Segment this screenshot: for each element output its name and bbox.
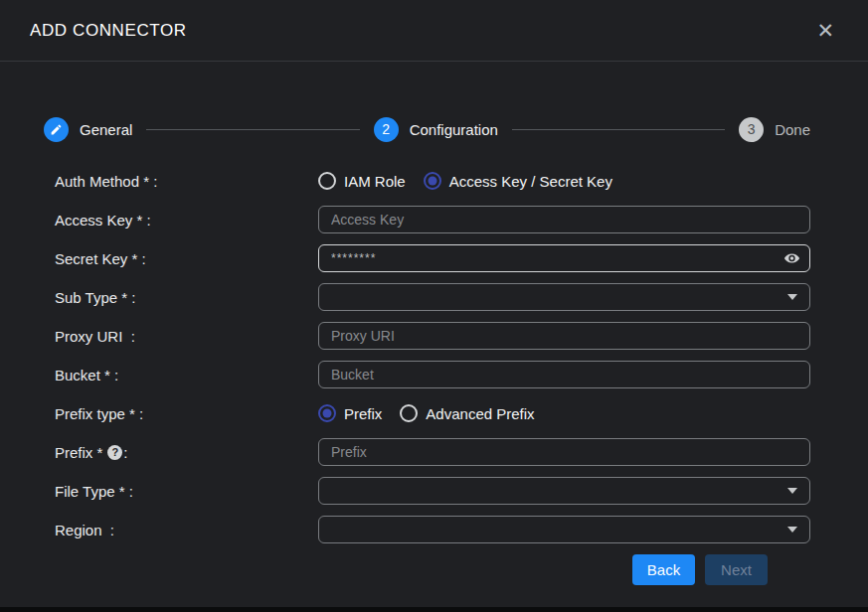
back-button[interactable]: Back (632, 554, 695, 585)
radio-access-key-secret-key[interactable]: Access Key / Secret Key (424, 172, 612, 190)
bucket-input[interactable] (318, 361, 810, 388)
region-row: Region : (55, 516, 810, 543)
help-icon[interactable]: ? (107, 445, 122, 460)
chevron-down-icon (787, 294, 797, 300)
wizard-stepper: General 2 Configuration 3 Done (44, 115, 810, 143)
add-connector-dialog: ADD CONNECTOR ✕ General 2 Configuration … (0, 0, 868, 607)
chevron-down-icon (787, 527, 797, 533)
radio-icon (318, 172, 336, 190)
radio-selected-icon (424, 172, 441, 190)
access-key-label: Access Key * : (55, 212, 318, 229)
next-button[interactable]: Next (705, 554, 768, 585)
radio-advanced-prefix[interactable]: Advanced Prefix (400, 404, 534, 422)
bucket-label: Bucket * : (55, 367, 318, 383)
auth-method-row: Auth Method * : IAM Role Access Key / Se… (55, 167, 810, 195)
sub-type-row: Sub Type * : (55, 283, 810, 311)
configuration-form: Auth Method * : IAM Role Access Key / Se… (55, 167, 810, 543)
proxy-uri-label: Proxy URI : (55, 328, 318, 345)
auth-method-label: Auth Method * : (55, 173, 318, 190)
dialog-header: ADD CONNECTOR ✕ (0, 0, 868, 62)
dialog-title: ADD CONNECTOR (30, 21, 187, 41)
step-configuration[interactable]: 2 Configuration (374, 117, 498, 142)
prefix-input[interactable] (318, 438, 810, 466)
secret-key-input[interactable] (318, 244, 810, 272)
file-type-row: File Type * : (55, 477, 810, 505)
step-3-badge: 3 (739, 117, 764, 142)
access-key-input[interactable] (318, 206, 810, 233)
prefix-type-row: Prefix type * : Prefix Advanced Prefix (55, 399, 810, 427)
radio-prefix[interactable]: Prefix (318, 404, 382, 422)
file-type-label: File Type * : (55, 483, 318, 500)
step-configuration-label: Configuration (410, 121, 498, 138)
window-bottom-edge (0, 607, 868, 612)
prefix-row: Prefix * ? : (55, 438, 810, 466)
sub-type-label: Sub Type * : (55, 289, 318, 306)
close-icon[interactable]: ✕ (812, 18, 838, 43)
eye-icon[interactable] (783, 250, 800, 267)
pencil-icon (44, 117, 69, 142)
bucket-row: Bucket * : (55, 361, 810, 388)
radio-iam-role[interactable]: IAM Role (318, 172, 406, 190)
region-label: Region : (55, 522, 318, 538)
proxy-uri-row: Proxy URI : (55, 322, 810, 350)
access-key-row: Access Key * : (55, 206, 810, 233)
dialog-content: General 2 Configuration 3 Done Auth Meth… (0, 62, 868, 607)
radio-selected-icon (318, 404, 336, 422)
dialog-footer: Back Next (55, 554, 810, 585)
sub-type-select[interactable] (318, 283, 810, 311)
chevron-down-icon (787, 488, 797, 494)
secret-key-label: Secret Key * : (55, 250, 318, 267)
prefix-label: Prefix * ? : (55, 444, 318, 461)
radio-icon (400, 404, 418, 422)
prefix-type-label: Prefix type * : (55, 405, 318, 422)
proxy-uri-input[interactable] (318, 322, 810, 350)
step-done: 3 Done (739, 117, 810, 142)
region-select[interactable] (318, 516, 810, 543)
step-done-label: Done (775, 121, 810, 138)
secret-key-row: Secret Key * : (55, 244, 810, 272)
stepper-divider (512, 129, 725, 130)
auth-method-radio-group: IAM Role Access Key / Secret Key (318, 172, 810, 190)
prefix-type-radio-group: Prefix Advanced Prefix (318, 404, 810, 422)
step-general[interactable]: General (44, 117, 132, 142)
file-type-select[interactable] (318, 477, 810, 505)
step-2-badge: 2 (374, 117, 399, 142)
stepper-divider (146, 129, 359, 130)
step-general-label: General (80, 121, 132, 138)
